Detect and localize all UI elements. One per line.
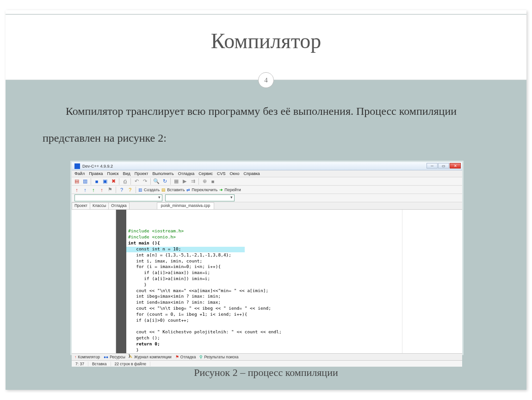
- header-rule-top: [6, 10, 526, 15]
- arrow-up-red-icon[interactable]: ↑: [74, 187, 80, 193]
- menu-tools[interactable]: Сервис: [198, 171, 213, 176]
- save-all-icon[interactable]: ▣: [102, 178, 108, 185]
- slide: Компилятор 4 Компилятор транслирует всю …: [6, 10, 526, 390]
- compile-icon[interactable]: ▦: [173, 178, 179, 185]
- figure-caption: Рисунок 2 – процесс компиляции: [6, 367, 526, 379]
- tab-compiler[interactable]: ↑Компилятор: [74, 355, 100, 359]
- file-tab[interactable]: poisk_minmax_massiva.cpp: [157, 202, 214, 209]
- menu-cvs[interactable]: CVS: [217, 171, 226, 176]
- divider-icon: [91, 178, 91, 185]
- insert-button[interactable]: ▤Вставить: [161, 188, 185, 192]
- goto-button[interactable]: ➜Перейти: [219, 188, 241, 192]
- arrow-down-red-icon[interactable]: ↑: [99, 187, 105, 193]
- arrow-up-green-icon[interactable]: ↑: [90, 187, 97, 193]
- editor-tabs-row: Проект Классы Отладка poisk_minmax_massi…: [72, 202, 462, 210]
- menu-bar: Файл Правка Поиск Вид Проект Выполнить О…: [72, 170, 462, 177]
- status-position: 7: 37: [72, 362, 88, 366]
- about-icon[interactable]: ?: [127, 187, 133, 193]
- divider-icon: [170, 178, 171, 185]
- side-panel: [72, 210, 116, 353]
- run-icon[interactable]: ▶: [181, 178, 188, 185]
- side-tab-project[interactable]: Проект: [72, 202, 90, 209]
- divider-icon: [198, 178, 199, 185]
- switch-button[interactable]: ⇄Переключить: [186, 188, 217, 192]
- find-icon[interactable]: 🔍: [153, 178, 160, 185]
- save-icon[interactable]: ■: [93, 178, 100, 185]
- menu-project[interactable]: Проект: [135, 171, 148, 176]
- menu-file[interactable]: Файл: [74, 171, 85, 176]
- print-icon[interactable]: ⎙: [122, 178, 128, 185]
- stop-icon[interactable]: ■: [210, 178, 216, 185]
- redo-icon[interactable]: ↷: [142, 178, 148, 185]
- tab-resources[interactable]: ●●Ресурсы: [104, 355, 125, 359]
- title-area: Компилятор: [6, 15, 526, 80]
- side-tab-classes[interactable]: Классы: [90, 202, 109, 209]
- status-mode: Вставка: [88, 362, 111, 366]
- divider-icon: [136, 187, 136, 193]
- maximize-button[interactable]: ▭: [438, 163, 449, 169]
- slide-title: Компилятор: [6, 15, 526, 53]
- divider-icon: [119, 178, 119, 185]
- toolbar-combo: [72, 194, 462, 202]
- menu-help[interactable]: Справка: [244, 171, 260, 176]
- toolbar-nav: ↑ ↑ ↑ ↑ ⚑ ? ? ▥Создать ▤Вставить ⇄Перекл…: [72, 186, 462, 194]
- app-icon: [74, 163, 80, 169]
- create-button[interactable]: ▥Создать: [138, 188, 160, 192]
- menu-search[interactable]: Поиск: [107, 171, 119, 176]
- side-tab-debug[interactable]: Отладка: [108, 202, 130, 209]
- window-controls: ─ ▭ ✕: [427, 163, 461, 169]
- menu-window[interactable]: Окно: [230, 171, 240, 176]
- divider-icon: [150, 178, 151, 185]
- window-titlebar: Dev-C++ 4.9.9.2 ─ ▭ ✕: [72, 162, 462, 170]
- close-file-icon[interactable]: ✖: [110, 178, 117, 185]
- ide-screenshot: Dev-C++ 4.9.9.2 ─ ▭ ✕ Файл Правка Поиск …: [70, 161, 464, 355]
- ide-body: #include <iostream.h> #include <conio.h>…: [72, 210, 462, 353]
- undo-icon[interactable]: ↶: [133, 178, 140, 185]
- menu-view[interactable]: Вид: [123, 171, 130, 176]
- open-icon[interactable]: ▥: [82, 178, 88, 185]
- new-file-icon[interactable]: ▤: [74, 178, 80, 185]
- toolbar-main: ▤ ▥ ■ ▣ ✖ ⎙ ↶ ↷ 🔍 ↻ ▦ ▶ ⇉ ⊕ ■: [72, 177, 462, 186]
- minimize-button[interactable]: ─: [427, 163, 438, 169]
- slide-body-text: Компилятор транслирует всю программу без…: [43, 98, 494, 151]
- menu-execute[interactable]: Выполнить: [152, 171, 173, 176]
- class-combo[interactable]: [74, 194, 162, 201]
- window-title: Dev-C++ 4.9.9.2: [82, 164, 113, 169]
- divider-icon: [116, 187, 116, 193]
- right-margin: [402, 210, 462, 353]
- code-editor[interactable]: #include <iostream.h> #include <conio.h>…: [126, 210, 402, 353]
- menu-edit[interactable]: Правка: [89, 171, 103, 176]
- compile-run-icon[interactable]: ⇉: [190, 178, 196, 185]
- bookmark-icon[interactable]: ⚑: [107, 187, 113, 193]
- gutter: [116, 210, 126, 353]
- close-button[interactable]: ✕: [450, 163, 461, 169]
- divider-icon: [130, 178, 131, 185]
- menu-debug[interactable]: Отладка: [178, 171, 195, 176]
- replace-icon[interactable]: ↻: [161, 178, 168, 185]
- member-combo[interactable]: [165, 194, 235, 201]
- arrow-up-blue-icon[interactable]: ↑: [82, 187, 88, 193]
- help-icon[interactable]: ?: [118, 187, 125, 193]
- page-number-badge: 4: [258, 72, 274, 88]
- debug-icon[interactable]: ⊕: [201, 178, 208, 185]
